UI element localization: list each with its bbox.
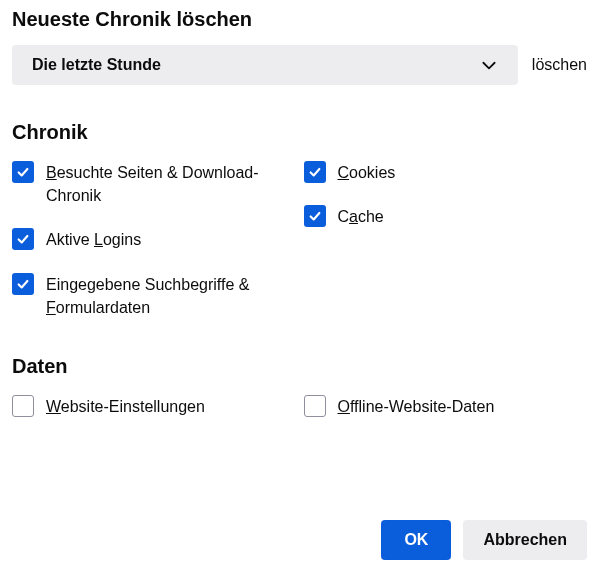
chevron-down-icon <box>480 56 498 74</box>
checkbox-search-form-data[interactable]: Eingegebene Suchbegriffe & Formulardaten <box>12 272 296 319</box>
ok-button[interactable]: OK <box>381 520 451 560</box>
checkbox-cookies[interactable]: Cookies <box>304 160 588 184</box>
dialog-footer: OK Abbrechen <box>381 520 587 560</box>
time-range-row: Die letzte Stunde löschen <box>12 45 587 85</box>
history-col-left: Besuchte Seiten & Download-Chronik Aktiv… <box>12 160 296 319</box>
checkbox-offline-data[interactable]: Offline-Website-Daten <box>304 394 588 418</box>
data-col-left: Website-Einstellungen <box>12 394 296 418</box>
checkbox-label: Cookies <box>338 160 396 184</box>
time-range-value: Die letzte Stunde <box>32 56 161 74</box>
checkbox-label: Cache <box>338 204 384 228</box>
checkbox-label: Website-Einstellungen <box>46 394 205 418</box>
checkbox-box[interactable] <box>12 228 34 250</box>
history-section-heading: Chronik <box>12 121 587 144</box>
time-range-select[interactable]: Die letzte Stunde <box>12 45 518 85</box>
data-col-right: Offline-Website-Daten <box>304 394 588 418</box>
checkbox-box[interactable] <box>12 161 34 183</box>
data-options: Website-Einstellungen Offline-Website-Da… <box>12 394 587 418</box>
checkbox-label: Besuchte Seiten & Download-Chronik <box>46 160 296 207</box>
checkbox-box[interactable] <box>304 161 326 183</box>
checkbox-label: Offline-Website-Daten <box>338 394 495 418</box>
cancel-button[interactable]: Abbrechen <box>463 520 587 560</box>
checkbox-active-logins[interactable]: Aktive Logins <box>12 227 296 251</box>
dialog-title: Neueste Chronik löschen <box>12 8 587 31</box>
checkbox-site-settings[interactable]: Website-Einstellungen <box>12 394 296 418</box>
checkbox-box[interactable] <box>12 395 34 417</box>
time-range-suffix: löschen <box>532 56 587 74</box>
checkbox-label: Aktive Logins <box>46 227 141 251</box>
clear-history-dialog: Neueste Chronik löschen Die letzte Stund… <box>0 0 599 574</box>
checkbox-box[interactable] <box>12 273 34 295</box>
checkbox-box[interactable] <box>304 395 326 417</box>
checkbox-label: Eingegebene Suchbegriffe & Formulardaten <box>46 272 296 319</box>
history-col-right: Cookies Cache <box>304 160 588 319</box>
history-options: Besuchte Seiten & Download-Chronik Aktiv… <box>12 160 587 319</box>
data-section-heading: Daten <box>12 355 587 378</box>
checkbox-cache[interactable]: Cache <box>304 204 588 228</box>
checkbox-box[interactable] <box>304 205 326 227</box>
checkbox-visited-downloads[interactable]: Besuchte Seiten & Download-Chronik <box>12 160 296 207</box>
